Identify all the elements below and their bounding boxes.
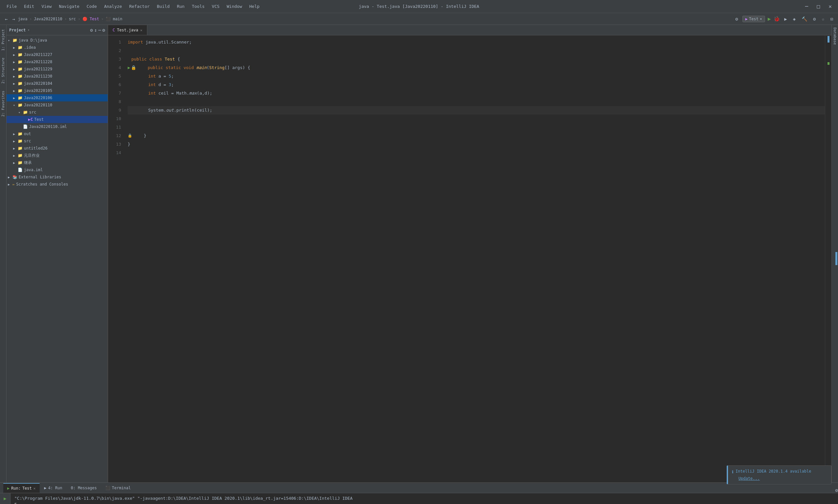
menu-analyze[interactable]: Analyze xyxy=(101,3,125,10)
command-text: "C:\Program Files\Java\jdk-11.0.7\bin\ja… xyxy=(14,496,353,501)
breadcrumb-method[interactable]: ⬛ main xyxy=(106,17,122,21)
editor-tab-test-java[interactable]: C Test.java ✕ xyxy=(108,25,147,35)
sidebar-tab-project[interactable]: 1: Project xyxy=(0,26,6,53)
tree-class-icon: ▶C xyxy=(28,117,33,122)
menu-vcs[interactable]: VCS xyxy=(209,3,222,10)
tree-item-20220105[interactable]: ▶ 📁 java20220105 xyxy=(6,87,108,94)
output-value: 5 xyxy=(14,502,834,504)
maximize-button[interactable]: □ xyxy=(814,2,823,11)
menu-build[interactable]: Build xyxy=(154,3,173,10)
coverage-button[interactable]: ▶ xyxy=(783,16,788,22)
bottom-tab-terminal-icon: ⬛ xyxy=(105,486,110,490)
tree-item-scratches[interactable]: ▶ ✏ Scratches and Consoles xyxy=(6,181,108,188)
tree-label-20220104: java20220104 xyxy=(24,81,52,86)
gutter-marker-mid xyxy=(827,62,830,65)
tree-folder-icon-20211228: 📁 xyxy=(18,59,22,64)
breadcrumb-module[interactable]: Java20220110 xyxy=(34,17,63,21)
tree-item-idea[interactable]: ▶ 📁 .idea xyxy=(6,44,108,51)
bottom-panel: ▶ Run: Test ✕ ▶ 4: Run 0: Messages ⬛ Ter… xyxy=(0,482,838,504)
tree-folder-icon: 📁 xyxy=(13,38,17,42)
menu-run[interactable]: Run xyxy=(174,3,188,10)
tree-item-20211230[interactable]: ▶ 📁 Java20211230 xyxy=(6,73,108,80)
project-sort-icon[interactable]: ↕ xyxy=(94,28,97,33)
bottom-tab-4-run[interactable]: ▶ 4: Run xyxy=(40,483,67,493)
menu-code[interactable]: Code xyxy=(84,3,100,10)
tree-item-test-java[interactable]: ▶ ▶C Test xyxy=(6,116,108,123)
right-tab-database[interactable]: Database xyxy=(832,25,838,48)
bottom-tab-terminal-label: Terminal xyxy=(112,486,131,490)
tree-item-20211227[interactable]: ▶ 📁 Java20211227 xyxy=(6,51,108,58)
tree-item-20220110[interactable]: ▾ 📁 Java20220110 xyxy=(6,102,108,109)
tree-arrow-20220110: ▾ xyxy=(13,104,17,107)
lock-icon-4: 🔒 xyxy=(131,64,136,72)
sidebar-tab-favorites[interactable]: 2: Favorites xyxy=(0,88,6,119)
toolbar-bookmark-icon[interactable]: ☆ xyxy=(820,16,826,22)
menu-edit[interactable]: Edit xyxy=(21,3,37,10)
tree-label-scratches: Scratches and Consoles xyxy=(16,182,68,186)
code-content[interactable]: import java.util.Scanner; ▶ public class… xyxy=(124,35,825,482)
close-button[interactable]: ✕ xyxy=(825,2,835,11)
tree-item-java-iml[interactable]: ▶ 📄 java.iml xyxy=(6,166,108,174)
breadcrumb-java[interactable]: java xyxy=(18,17,28,21)
menu-navigate[interactable]: Navigate xyxy=(56,3,83,10)
menu-view[interactable]: View xyxy=(38,3,55,10)
bottom-tab-run-label: Run: xyxy=(11,486,21,490)
menu-file[interactable]: File xyxy=(3,3,20,10)
nav-back-button[interactable]: ← xyxy=(3,16,9,22)
tree-arrow-ext-libs: ▶ xyxy=(8,176,12,179)
menu-window[interactable]: Window xyxy=(224,3,246,10)
bottom-tab-run-close[interactable]: ✕ xyxy=(33,486,36,490)
breadcrumb-src[interactable]: src xyxy=(69,17,76,21)
notification-update-link[interactable]: Update... xyxy=(738,476,760,481)
line-num-14: 14 xyxy=(108,148,121,157)
bottom-tab-messages[interactable]: 0: Messages xyxy=(67,483,101,493)
bottom-run-play-icon[interactable]: ▶ xyxy=(2,494,7,502)
tree-scratches-icon: ✏ xyxy=(13,182,15,186)
tree-folder-icon-src: 📁 xyxy=(18,139,22,143)
tree-folder-icon-idea: 📁 xyxy=(18,45,22,50)
tree-item-iml[interactable]: ▶ 📄 Java20220110.iml xyxy=(6,123,108,130)
tree-item-src-20220110[interactable]: ▾ 📁 src xyxy=(6,109,108,116)
run-button[interactable]: ▶ xyxy=(768,16,771,22)
tree-item-20211228[interactable]: ▶ 📁 Java20211228 xyxy=(6,58,108,66)
tree-item-untitled26[interactable]: ▶ 📁 untitled26 xyxy=(6,145,108,152)
project-collapse-icon[interactable]: ─ xyxy=(98,28,101,33)
project-gear-icon[interactable]: ⚙ xyxy=(103,28,105,33)
tree-item-20220106[interactable]: ▶ 📁 Java20220106 xyxy=(6,94,108,102)
toolbar-settings-icon[interactable]: ⚙ xyxy=(734,16,739,22)
debug-button[interactable]: 🐞 xyxy=(773,16,780,22)
code-line-10 xyxy=(128,114,825,123)
tab-close-button[interactable]: ✕ xyxy=(140,28,142,32)
bottom-tab-terminal[interactable]: ⬛ Terminal xyxy=(102,483,135,493)
tree-item-src[interactable]: ▶ 📁 src xyxy=(6,138,108,145)
line-num-3: 3 xyxy=(108,55,121,64)
project-dropdown-icon[interactable]: ▾ xyxy=(28,28,30,32)
tree-item-external-libs[interactable]: ▶ 📚 External Libraries xyxy=(6,174,108,181)
profile-button[interactable]: ◈ xyxy=(791,16,797,22)
project-settings-icon[interactable]: ⚙ xyxy=(90,28,93,33)
tree-item-20220104[interactable]: ▶ 📁 java20220104 xyxy=(6,80,108,87)
minimize-button[interactable]: ─ xyxy=(802,2,811,11)
bottom-tab-run[interactable]: ▶ Run: Test ✕ xyxy=(3,483,40,493)
menu-help[interactable]: Help xyxy=(246,3,263,10)
menu-refactor[interactable]: Refactor xyxy=(126,3,153,10)
line-num-4: 4 xyxy=(108,64,121,72)
menu-tools[interactable]: Tools xyxy=(189,3,208,10)
window-title: java - Test.java [Java20220110] - Intell… xyxy=(359,4,479,9)
toolbar-layout-icon[interactable]: ⊡ xyxy=(829,16,835,22)
tree-label-20220110: Java20220110 xyxy=(24,103,52,107)
breadcrumb-class[interactable]: 🔴 Test xyxy=(83,17,99,21)
tree-item-root[interactable]: ▾ 📁 java D:\java xyxy=(6,37,108,44)
tree-arrow-20211227: ▶ xyxy=(13,53,17,57)
tree-item-out[interactable]: ▶ 📁 out xyxy=(6,130,108,138)
sidebar-tab-structure[interactable]: 2: Structure xyxy=(0,55,6,86)
nav-forward-button[interactable]: → xyxy=(11,16,16,22)
notification-popup: ℹ IntelliJ IDEA 2020.1.4 available Updat… xyxy=(727,465,832,484)
tree-item-yuandan[interactable]: ▶ 📁 元旦作业 xyxy=(6,152,108,159)
toolbar-more-icon[interactable]: ⚙ xyxy=(812,16,817,22)
build-button[interactable]: 🔨 xyxy=(800,16,809,22)
run-config-selector[interactable]: ▶ Test ▾ xyxy=(743,16,765,22)
bottom-settings-icon[interactable]: ⚙ xyxy=(835,488,838,493)
tree-item-jicheng[interactable]: ▶ 📁 继承 xyxy=(6,159,108,166)
tree-item-20211229[interactable]: ▶ 📁 java20211229 xyxy=(6,66,108,73)
